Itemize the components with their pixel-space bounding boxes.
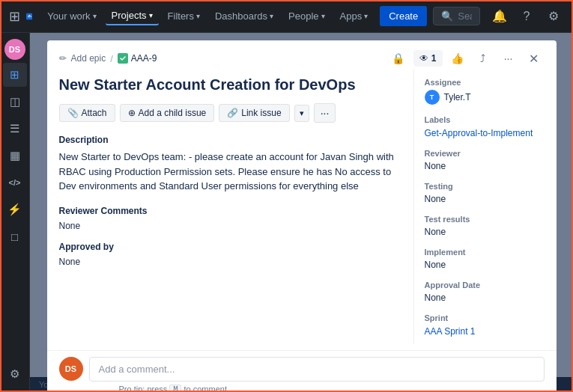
- labels-label: Labels: [425, 115, 546, 124]
- thumbs-up-icon[interactable]: 👍: [447, 48, 468, 69]
- sidebar-avatar[interactable]: DS: [4, 39, 25, 60]
- breadcrumb-issue-key: AAA-9: [131, 53, 157, 64]
- more-icon[interactable]: ···: [498, 48, 519, 69]
- implement-field: Implement None: [425, 248, 546, 270]
- approval-date-field: Approval Date None: [425, 281, 546, 303]
- link-issue-button[interactable]: 🔗 Link issue: [219, 104, 289, 122]
- filters-menu[interactable]: Filters ▾: [162, 7, 206, 25]
- left-panel: New Starter Account Creation for DevOps …: [47, 69, 414, 344]
- projects-menu[interactable]: Projects ▾: [106, 7, 159, 25]
- reviewer-value: None: [425, 161, 546, 171]
- main-area: ✏ Add epic / AAA-9 🔒 👁 1: [30, 33, 573, 392]
- nav-icons: 🔔 ? ⚙: [489, 6, 564, 27]
- comment-key: M: [169, 385, 181, 392]
- assignee-field: Assignee T Tyler.T: [425, 78, 546, 105]
- sprint-value[interactable]: AAA Sprint 1: [425, 326, 476, 337]
- reviewer-label: Reviewer: [425, 149, 546, 158]
- approved-by-label: Approved by: [59, 242, 401, 252]
- breadcrumb-badge[interactable]: AAA-9: [118, 53, 157, 64]
- approved-by-value: None: [59, 257, 401, 267]
- child-icon: ⊕: [128, 108, 136, 118]
- labels-field: Labels Get-Approval-to-Implement: [425, 115, 546, 138]
- settings-icon[interactable]: ⚙: [543, 6, 564, 27]
- sidebar-item-backlog[interactable]: ☰: [3, 117, 27, 141]
- description-content: New Starter to DevOps team: - please cre…: [59, 150, 401, 194]
- comment-placeholder: Add a comment...: [99, 364, 175, 375]
- sprint-field: Sprint AAA Sprint 1: [425, 313, 546, 337]
- sidebar: DS ⊞ ◫ ☰ ▦ </> ⚡ □ ⚙: [0, 33, 30, 392]
- description-label: Description: [59, 135, 401, 145]
- filters-chevron: ▾: [196, 12, 200, 20]
- sidebar-item-code[interactable]: </>: [3, 171, 27, 195]
- apps-chevron: ▾: [364, 12, 368, 20]
- watch-button[interactable]: 👁 1: [413, 50, 443, 67]
- help-icon[interactable]: ?: [516, 6, 537, 27]
- labels-value[interactable]: Get-Approval-to-Implement: [425, 128, 533, 138]
- your-work-chevron: ▾: [93, 12, 97, 20]
- issue-title: New Starter Account Creation for DevOps: [59, 75, 401, 94]
- top-navigation: ⊞ Your work ▾ Projects ▾ Filters ▾ Dashb…: [0, 0, 573, 33]
- test-results-label: Test results: [425, 215, 546, 224]
- eye-icon: 👁: [419, 53, 428, 64]
- create-button[interactable]: Create: [380, 6, 427, 26]
- add-child-issue-button[interactable]: ⊕ Add a child issue: [120, 104, 215, 122]
- comment-avatar: DS: [59, 357, 83, 381]
- test-results-value: None: [425, 227, 546, 237]
- your-work-menu[interactable]: Your work ▾: [41, 7, 102, 25]
- apps-menu[interactable]: Apps ▾: [334, 7, 375, 25]
- people-menu[interactable]: People ▾: [282, 7, 330, 25]
- approval-date-label: Approval Date: [425, 281, 546, 290]
- lock-icon[interactable]: 🔒: [388, 48, 409, 69]
- reviewer-comments-section: Reviewer Comments None: [59, 206, 401, 231]
- more-actions-button[interactable]: ···: [314, 103, 336, 123]
- actions-dropdown[interactable]: ▾: [294, 105, 309, 122]
- sidebar-item-settings[interactable]: ⚙: [3, 362, 27, 386]
- dashboards-chevron: ▾: [270, 12, 273, 20]
- paperclip-icon: 📎: [67, 108, 79, 118]
- search-box[interactable]: 🔍: [433, 7, 480, 25]
- reviewer-comments-label: Reviewer Comments: [59, 206, 401, 216]
- grid-icon[interactable]: ⊞: [9, 8, 20, 25]
- modal-body: New Starter Account Creation for DevOps …: [47, 69, 557, 344]
- right-panel: Assignee T Tyler.T Labels Get-Approval-t…: [414, 69, 557, 344]
- implement-label: Implement: [425, 248, 546, 257]
- jira-logo: [26, 6, 32, 27]
- sidebar-item-board[interactable]: ◫: [3, 90, 27, 114]
- search-icon: 🔍: [441, 10, 453, 22]
- sidebar-item-home[interactable]: ⊞: [3, 63, 27, 87]
- sidebar-item-deployments[interactable]: ⚡: [3, 197, 27, 221]
- assignee-name: Tyler.T: [444, 92, 471, 102]
- breadcrumb-add-epic[interactable]: Add epic: [71, 53, 106, 64]
- sidebar-item-reports[interactable]: ▦: [3, 144, 27, 168]
- modal-overlay: ✏ Add epic / AAA-9 🔒 👁 1: [30, 33, 573, 392]
- projects-chevron: ▾: [149, 11, 153, 19]
- link-icon: 🔗: [227, 108, 238, 118]
- approved-by-section: Approved by None: [59, 242, 401, 267]
- share-icon[interactable]: ⤴: [473, 48, 494, 69]
- breadcrumb: ✏ Add epic / AAA-9: [59, 53, 157, 64]
- comment-area: DS Add a comment... Pro tip: press M to …: [47, 350, 557, 392]
- attach-button[interactable]: 📎 Attach: [59, 104, 115, 122]
- sprint-label: Sprint: [425, 313, 546, 322]
- notifications-icon[interactable]: 🔔: [489, 6, 510, 27]
- close-icon[interactable]: ✕: [524, 48, 545, 69]
- implement-value: None: [425, 260, 546, 270]
- modal-topbar: ✏ Add epic / AAA-9 🔒 👁 1: [47, 40, 557, 69]
- assignee-label: Assignee: [425, 78, 546, 87]
- action-bar: 📎 Attach ⊕ Add a child issue 🔗 Link issu…: [59, 103, 401, 123]
- testing-value: None: [425, 194, 546, 204]
- people-chevron: ▾: [321, 12, 325, 20]
- breadcrumb-separator: /: [110, 53, 113, 64]
- reviewer-field: Reviewer None: [425, 149, 546, 171]
- testing-field: Testing None: [425, 182, 546, 204]
- reviewer-comments-value: None: [59, 221, 401, 231]
- modal-actions-right: 🔒 👁 1 👍 ⤴ ··· ✕: [388, 48, 545, 69]
- badge-green-icon: [118, 53, 128, 64]
- dashboards-menu[interactable]: Dashboards ▾: [209, 7, 279, 25]
- approval-date-value: None: [425, 293, 546, 303]
- sidebar-item-pages[interactable]: □: [3, 224, 27, 248]
- assignee-row: T Tyler.T: [425, 90, 546, 105]
- testing-label: Testing: [425, 182, 546, 191]
- comment-input[interactable]: Add a comment...: [89, 357, 545, 382]
- search-input[interactable]: [458, 10, 472, 22]
